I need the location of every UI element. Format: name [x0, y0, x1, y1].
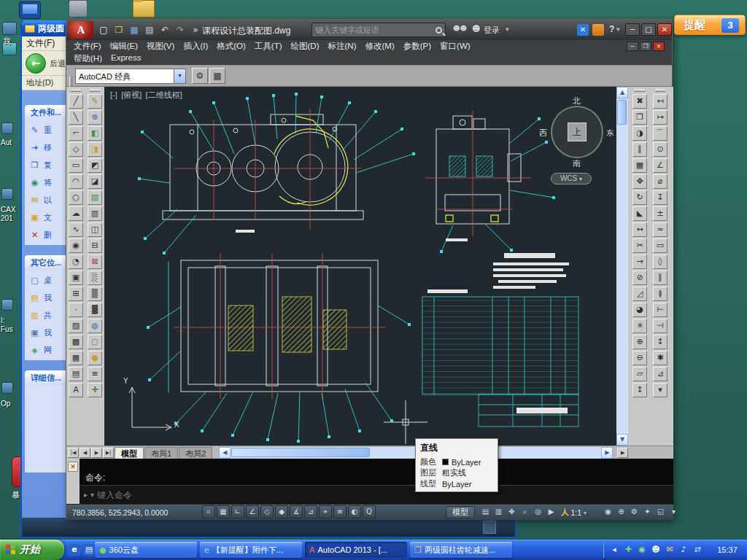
tool-icon[interactable]: ◫ — [88, 222, 102, 237]
document-close-button[interactable]: ✕ — [653, 42, 665, 51]
chamfer-icon[interactable]: ◿ — [632, 287, 647, 301]
menu-tools[interactable]: 工具(T) — [250, 40, 287, 52]
tool-icon[interactable]: ░ — [88, 271, 102, 285]
tool-icon[interactable]: ✚ — [88, 383, 102, 397]
annotation-scale-control[interactable]: 人 1:1 ▾ — [561, 508, 587, 518]
exchange-apps-icon[interactable]: ✕ — [577, 24, 589, 36]
redo-icon[interactable]: ↷ — [174, 23, 187, 36]
close-button[interactable]: ✕ — [657, 23, 672, 36]
minimize-button[interactable]: ─ — [625, 23, 640, 36]
vertical-scrollbar[interactable]: ▲ ▼ — [616, 87, 628, 446]
start-button[interactable]: 开始 — [0, 540, 64, 560]
sign-in-dropdown-icon[interactable]: ▾ — [506, 26, 509, 33]
viewport-menu-control[interactable]: [-] — [110, 90, 117, 99]
dimension-tool-icon[interactable]: ✱ — [653, 351, 667, 365]
osnap-3d-toggle[interactable]: ◆ — [275, 505, 288, 518]
qat-overflow-icon[interactable]: » — [189, 23, 202, 36]
dimension-tool-icon[interactable]: ⊣ — [653, 319, 667, 333]
point-icon[interactable]: · — [69, 303, 83, 317]
tool-icon[interactable]: ✎ — [88, 94, 102, 109]
dimension-tool-icon[interactable]: ↦ — [653, 110, 667, 125]
move-icon[interactable]: ✥ — [632, 174, 647, 189]
tray-qq-icon[interactable]: ☻ — [650, 544, 662, 556]
plot-icon[interactable]: ▤ — [143, 23, 156, 36]
lengthen-icon[interactable]: ▱ — [632, 367, 647, 381]
tool-icon[interactable]: ⊕ — [88, 110, 102, 125]
taskbar-clock[interactable]: 15:37 — [711, 540, 744, 560]
combo-dropdown-icon[interactable]: ▾ — [174, 69, 185, 83]
break-at-point-icon[interactable]: ⊖ — [632, 351, 647, 365]
dimension-tool-icon[interactable]: ↤ — [653, 94, 667, 109]
steering-wheel-icon[interactable]: ◎ — [532, 506, 544, 518]
scale-icon[interactable]: ◣ — [632, 206, 647, 221]
polygon-icon[interactable]: ◇ — [69, 142, 83, 157]
tray-show-hidden-icon[interactable]: ◂ — [608, 544, 620, 556]
tool-icon[interactable]: ▥ — [88, 206, 102, 221]
dimension-tool-icon[interactable]: ▭ — [653, 238, 667, 253]
osnap-toggle[interactable]: ◇ — [260, 505, 274, 518]
viewcube-east-label[interactable]: 东 — [606, 128, 614, 139]
pan-icon[interactable]: ✥ — [506, 506, 518, 518]
stretch-icon[interactable]: ↔ — [632, 222, 647, 237]
array-icon[interactable]: ▦ — [632, 158, 647, 173]
taskbar-task-autocad[interactable]: A AutoCAD 2013 - [... — [305, 542, 407, 558]
help-icon[interactable]: ? — [609, 24, 614, 34]
polar-toggle[interactable]: ∠ — [246, 505, 259, 518]
document-minimize-button[interactable]: ─ — [627, 42, 638, 51]
tray-network-icon[interactable]: ⇄ — [692, 544, 703, 556]
viewcube-west-label[interactable]: 西 — [539, 128, 547, 139]
tool-icon[interactable]: ▧ — [88, 190, 102, 205]
tray-message-icon[interactable]: ✉ — [664, 544, 676, 556]
taskbar-task-360cloud[interactable]: ● 360云盘 — [95, 542, 197, 558]
construction-line-icon[interactable]: ╲ — [69, 110, 83, 125]
document-restore-button[interactable]: ❐ — [640, 42, 651, 51]
join-icon[interactable]: ⊕ — [632, 335, 647, 349]
break-icon[interactable]: ⊘ — [632, 271, 647, 285]
tab-layout2[interactable]: 布局2 — [179, 447, 212, 459]
quick-view-arrow-icon[interactable]: ▶ — [617, 448, 628, 458]
quick-properties-toggle[interactable]: Q — [363, 505, 376, 518]
tab-layout1[interactable]: 布局1 — [144, 447, 178, 459]
menu-modify[interactable]: 修改(M) — [360, 40, 398, 52]
annotation-autoscale-icon[interactable]: ⊕ — [615, 506, 627, 518]
dimension-tool-icon[interactable]: ≈ — [653, 222, 667, 237]
scroll-down-icon[interactable]: ▼ — [616, 434, 628, 446]
menu-window[interactable]: 窗口(W) — [436, 40, 475, 52]
coordinates-readout[interactable]: 780.3856, 525.2943, 0.0000 — [72, 508, 168, 517]
tab-nav-icon[interactable]: ▶| — [103, 448, 114, 458]
tool-icon[interactable]: ⊟ — [88, 238, 102, 253]
tool-icon[interactable]: ▓ — [88, 303, 102, 317]
dimension-tool-icon[interactable]: ↧ — [653, 190, 667, 205]
grid-toggle[interactable]: ▦ — [217, 505, 230, 518]
tool-icon[interactable]: ▒ — [88, 287, 102, 301]
quick-view-drawings-icon[interactable]: ▥ — [492, 506, 505, 518]
gradient-icon[interactable]: ▩ — [69, 335, 83, 349]
search-input[interactable] — [315, 26, 436, 34]
horizontal-scroll-thumb[interactable] — [231, 448, 370, 457]
toolbar-grip[interactable] — [655, 89, 665, 92]
zoom-icon[interactable]: ⌕ — [519, 506, 531, 518]
copy-icon[interactable]: ❐ — [632, 110, 647, 125]
open-file-icon[interactable]: ❒ — [112, 23, 125, 36]
desktop-icon-my-computer[interactable] — [19, 1, 41, 19]
dimension-tool-icon[interactable]: ⊙ — [653, 142, 667, 157]
quick-launch-ie-icon[interactable]: e — [69, 544, 80, 556]
featured-apps-icon[interactable] — [592, 24, 604, 36]
desktop-icon-sliver[interactable] — [1, 299, 13, 311]
workspace-settings-icon[interactable]: ⚙ — [192, 68, 208, 84]
dimension-tool-icon[interactable]: ◊ — [653, 254, 667, 269]
arc-icon[interactable]: ◠ — [69, 174, 83, 189]
tab-nav-icon[interactable]: ◀ — [80, 448, 90, 458]
scroll-left-icon[interactable]: ◀ — [219, 447, 231, 459]
polyline-icon[interactable]: ⌐ — [69, 126, 83, 141]
revision-cloud-icon[interactable]: ☁ — [69, 206, 83, 221]
hatch-icon[interactable]: ▨ — [69, 319, 83, 333]
menu-file[interactable]: 文件(F) — [69, 40, 106, 52]
dimension-tool-icon[interactable]: ∥ — [653, 271, 667, 285]
menu-parametric[interactable]: 参数(P) — [399, 40, 436, 52]
tab-model[interactable]: 模型 — [115, 447, 144, 459]
tool-icon[interactable]: ◍ — [88, 319, 102, 333]
wcs-menu[interactable]: WCS ▾ — [551, 173, 592, 184]
dimension-tool-icon[interactable]: ⊢ — [653, 303, 667, 317]
viewport-view-control[interactable]: [俯视] — [121, 90, 142, 99]
